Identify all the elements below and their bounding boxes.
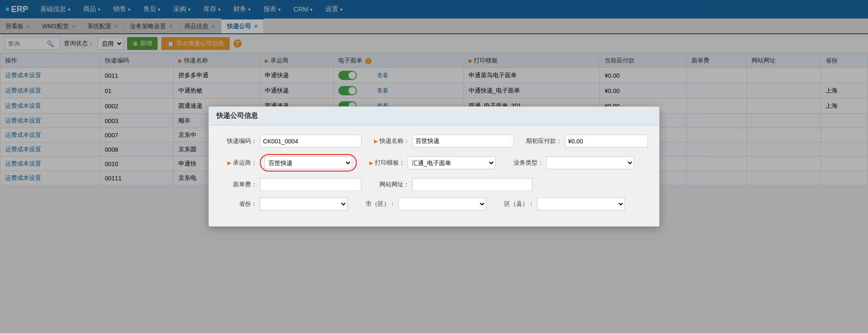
website-input[interactable] [412,178,532,185]
modal-body: 快递编码： ▶ 快递名称： 期初应付款： [209,125,659,185]
field-face-fee: 面单费： [220,178,361,185]
field-express-code: 快递编码： [220,135,361,148]
business-type-label: 业务类型： [507,159,544,167]
carrier-highlight: 百世快递 [260,154,357,172]
initial-balance-input[interactable] [565,135,648,148]
print-template-label: ▶ 打印模板： [368,159,405,167]
form-row-3: 面单费： 网站网址： [220,178,648,185]
express-name-input[interactable] [412,135,514,148]
modal-title: 快递公司信息 [209,107,659,125]
courier-info-modal: 快递公司信息 快递编码： ▶ 快递名称： 期初应付款： [208,106,660,185]
field-print-template: ▶ 打印模板： 汇通_电子面单 [368,156,495,169]
field-business-type: 业务类型： [507,156,634,169]
business-type-select[interactable] [546,156,634,169]
field-carrier: ▶ 承运商： 百世快递 [220,154,357,172]
face-fee-input[interactable] [260,178,361,185]
face-fee-label: 面单费： [220,180,257,185]
carrier-label: ▶ 承运商： [220,159,257,167]
initial-balance-label: 期初应付款： [525,137,562,145]
form-row-2: ▶ 承运商： 百世快递 ▶ 打印模板： 汇通_电子面单 [220,154,648,172]
field-initial-balance: 期初应付款： [525,135,648,148]
print-template-select[interactable]: 汇通_电子面单 [408,156,495,169]
modal-overlay: 快递公司信息 快递编码： ▶ 快递名称： 期初应付款： [0,0,868,185]
website-label: 网站网址： [373,180,410,185]
field-express-name: ▶ 快递名称： [373,135,514,148]
field-website: 网站网址： [373,178,532,185]
carrier-select[interactable]: 百世快递 [264,156,352,169]
form-row-1: 快递编码： ▶ 快递名称： 期初应付款： [220,135,648,148]
express-name-label: ▶ 快递名称： [373,137,410,145]
express-code-input[interactable] [260,135,361,148]
express-code-label: 快递编码： [220,137,257,145]
